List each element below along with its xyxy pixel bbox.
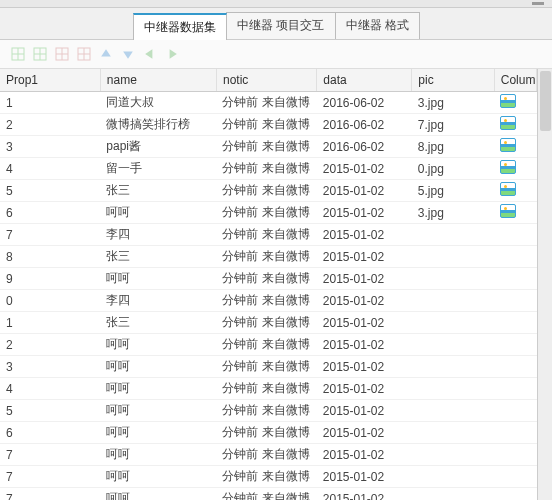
col-header-pic[interactable]: pic [412,69,494,92]
cell-pic[interactable]: 7.jpg [412,114,494,136]
cell-notic[interactable]: 分钟前 来自微博 [216,334,316,356]
table-row[interactable]: 1同道大叔分钟前 来自微博2016-06-023.jpg [0,92,537,114]
add-row-icon[interactable] [10,46,26,62]
cell-data[interactable]: 2015-01-02 [317,224,412,246]
table-row[interactable]: 5呵呵分钟前 来自微博2015-01-02 [0,400,537,422]
cell-data[interactable]: 2015-01-02 [317,422,412,444]
cell-pic[interactable] [412,224,494,246]
tab-0[interactable]: 中继器数据集 [133,13,227,40]
cell-image[interactable] [494,378,536,400]
cell-pic[interactable] [412,488,494,501]
cell-pic[interactable]: 5.jpg [412,180,494,202]
cell-image[interactable] [494,400,536,422]
vertical-scrollbar[interactable] [537,69,552,500]
table-row[interactable]: 5张三分钟前 来自微博2015-01-025.jpg [0,180,537,202]
table-row[interactable]: 7呵呵分钟前 来自微博2015-01-02 [0,488,537,501]
cell-prop1[interactable]: 9 [0,268,100,290]
table-row[interactable]: 1张三分钟前 来自微博2015-01-02 [0,312,537,334]
cell-notic[interactable]: 分钟前 来自微博 [216,92,316,114]
cell-prop1[interactable]: 6 [0,422,100,444]
cell-name[interactable]: 呵呵 [100,488,216,501]
cell-prop1[interactable]: 5 [0,180,100,202]
cell-name[interactable]: 呵呵 [100,268,216,290]
cell-data[interactable]: 2015-01-02 [317,378,412,400]
cell-pic[interactable] [412,466,494,488]
cell-image[interactable] [494,92,536,114]
col-header-colum[interactable]: Colum [494,69,536,92]
cell-prop1[interactable]: 4 [0,158,100,180]
cell-image[interactable] [494,466,536,488]
cell-pic[interactable] [412,422,494,444]
cell-notic[interactable]: 分钟前 来自微博 [216,136,316,158]
cell-notic[interactable]: 分钟前 来自微博 [216,488,316,501]
cell-data[interactable]: 2015-01-02 [317,290,412,312]
cell-data[interactable]: 2015-01-02 [317,356,412,378]
cell-prop1[interactable]: 1 [0,92,100,114]
table-row[interactable]: 4呵呵分钟前 来自微博2015-01-02 [0,378,537,400]
cell-name[interactable]: 呵呵 [100,466,216,488]
cell-image[interactable] [494,312,536,334]
move-up-icon[interactable] [98,46,114,62]
cell-name[interactable]: 呵呵 [100,444,216,466]
cell-prop1[interactable]: 0 [0,290,100,312]
cell-pic[interactable] [412,334,494,356]
cell-image[interactable] [494,114,536,136]
cell-prop1[interactable]: 8 [0,246,100,268]
cell-notic[interactable]: 分钟前 来自微博 [216,356,316,378]
cell-data[interactable]: 2015-01-02 [317,202,412,224]
cell-name[interactable]: 同道大叔 [100,92,216,114]
cell-prop1[interactable]: 1 [0,312,100,334]
cell-pic[interactable] [412,290,494,312]
cell-notic[interactable]: 分钟前 来自微博 [216,466,316,488]
cell-name[interactable]: 呵呵 [100,422,216,444]
cell-image[interactable] [494,268,536,290]
cell-data[interactable]: 2015-01-02 [317,312,412,334]
cell-name[interactable]: 呵呵 [100,334,216,356]
cell-notic[interactable]: 分钟前 来自微博 [216,422,316,444]
table-row[interactable]: 6呵呵分钟前 来自微博2015-01-02 [0,422,537,444]
cell-image[interactable] [494,488,536,501]
cell-data[interactable]: 2015-01-02 [317,334,412,356]
cell-data[interactable]: 2015-01-02 [317,466,412,488]
cell-pic[interactable] [412,444,494,466]
cell-prop1[interactable]: 2 [0,114,100,136]
cell-pic[interactable] [412,312,494,334]
table-row[interactable]: 6呵呵分钟前 来自微博2015-01-023.jpg [0,202,537,224]
move-right-icon[interactable] [164,46,180,62]
cell-name[interactable]: 呵呵 [100,202,216,224]
cell-name[interactable]: 张三 [100,246,216,268]
cell-prop1[interactable]: 6 [0,202,100,224]
cell-notic[interactable]: 分钟前 来自微博 [216,224,316,246]
table-row[interactable]: 3呵呵分钟前 来自微博2015-01-02 [0,356,537,378]
delete-row-icon[interactable] [54,46,70,62]
table-row[interactable]: 7李四分钟前 来自微博2015-01-02 [0,224,537,246]
cell-image[interactable] [494,136,536,158]
cell-pic[interactable]: 3.jpg [412,92,494,114]
cell-name[interactable]: 呵呵 [100,400,216,422]
table-row[interactable]: 7呵呵分钟前 来自微博2015-01-02 [0,466,537,488]
cell-notic[interactable]: 分钟前 来自微博 [216,444,316,466]
cell-data[interactable]: 2015-01-02 [317,158,412,180]
cell-image[interactable] [494,224,536,246]
cell-notic[interactable]: 分钟前 来自微博 [216,158,316,180]
cell-pic[interactable] [412,268,494,290]
cell-image[interactable] [494,356,536,378]
table-row[interactable]: 2呵呵分钟前 来自微博2015-01-02 [0,334,537,356]
cell-data[interactable]: 2015-01-02 [317,444,412,466]
cell-data[interactable]: 2016-06-02 [317,114,412,136]
cell-image[interactable] [494,290,536,312]
cell-pic[interactable]: 0.jpg [412,158,494,180]
cell-pic[interactable] [412,246,494,268]
cell-name[interactable]: 张三 [100,180,216,202]
table-row[interactable]: 3papi酱分钟前 来自微博2016-06-028.jpg [0,136,537,158]
tab-1[interactable]: 中继器 项目交互 [226,12,335,39]
cell-notic[interactable]: 分钟前 来自微博 [216,202,316,224]
cell-name[interactable]: 李四 [100,290,216,312]
cell-pic[interactable] [412,378,494,400]
table-row[interactable]: 0李四分钟前 来自微博2015-01-02 [0,290,537,312]
cell-image[interactable] [494,158,536,180]
cell-data[interactable]: 2016-06-02 [317,92,412,114]
cell-image[interactable] [494,444,536,466]
cell-prop1[interactable]: 7 [0,444,100,466]
delete-col-icon[interactable] [76,46,92,62]
